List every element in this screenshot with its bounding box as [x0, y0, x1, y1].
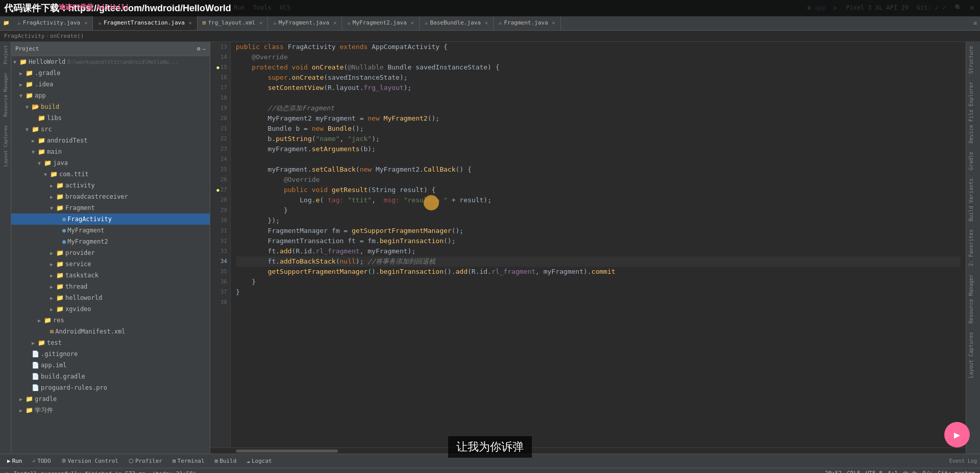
tree-item-proguard[interactable]: 📄 proguard-rules.pro: [11, 382, 210, 393]
status-position: 4:1: [888, 470, 898, 473]
tab-basebundle[interactable]: ☕ BaseBundle.java ✕: [420, 15, 494, 31]
tree-close-icon[interactable]: —: [202, 45, 206, 52]
tab-close-fragactivity[interactable]: ✕: [84, 20, 87, 26]
file-icon-gitignore: 📄: [32, 350, 39, 358]
folder-icon-gradle: 📁: [26, 69, 33, 77]
vert-panel-gradle[interactable]: Gradle: [966, 148, 980, 174]
tree-item-gradle-dir[interactable]: 📁 gradle: [11, 393, 210, 405]
tab-close-mf[interactable]: ✕: [333, 20, 336, 26]
tree-item-broadcastreceiver[interactable]: 📁 broadcastreceiver: [11, 191, 210, 202]
status-encoding[interactable]: UTF-8: [866, 470, 883, 473]
code-scroll-area[interactable]: 13 14 ●15 16 17 18 19 20 21 22 23 24 25 …: [210, 42, 966, 447]
tree-item-main[interactable]: 📁 main: [11, 146, 210, 157]
panel-project[interactable]: Project: [2, 42, 9, 67]
event-log-btn[interactable]: Event Log: [949, 458, 977, 464]
btn-todo[interactable]: ✓ TODO: [29, 457, 55, 465]
git-status[interactable]: Git: ✓ ✓: [914, 3, 949, 12]
vert-panel-device-file[interactable]: Device File Explorer: [966, 78, 980, 147]
tree-item-myfragment2[interactable]: ● MyFragment2: [11, 236, 210, 247]
horizontal-scrollbar[interactable]: [210, 447, 966, 454]
tree-item-service[interactable]: 📁 service: [11, 258, 210, 270]
tree-item-appiml[interactable]: 📄 app.iml: [11, 360, 210, 371]
vert-panel-resource[interactable]: Resource Manager: [966, 270, 980, 327]
btn-build[interactable]: ⊞ Build: [211, 457, 241, 465]
tree-item-thread[interactable]: 📁 thread: [11, 281, 210, 292]
btn-terminal[interactable]: ⊞ Terminal: [168, 457, 209, 465]
tree-item-helloworld2[interactable]: 📁 helloworld: [11, 292, 210, 303]
menu-navigate[interactable]: Navigate: [72, 3, 108, 12]
menu-file[interactable]: File: [3, 3, 24, 12]
tree-label-test: test: [47, 339, 62, 346]
folder-icon-xuexijian: 📁: [26, 407, 33, 414]
tree-item-app[interactable]: 📁 app: [11, 90, 210, 101]
tree-item-xgvideo[interactable]: 📁 xgvideo: [11, 303, 210, 315]
tree-item-gitignore[interactable]: 📄 .gitignore: [11, 348, 210, 360]
tree-item-buildgradle[interactable]: 📄 build.gradle: [11, 371, 210, 382]
btn-run[interactable]: ▶ Run: [3, 457, 27, 465]
menu-run[interactable]: Run: [231, 3, 248, 12]
tree-item-java[interactable]: 📁 java: [11, 157, 210, 169]
tree-settings-icon[interactable]: ⚙: [197, 45, 201, 52]
run-button[interactable]: ▶: [831, 3, 841, 12]
tree-item-idea[interactable]: 📁 .idea: [11, 79, 210, 90]
project-selector[interactable]: ● app: [804, 3, 829, 12]
breadcrumb-oncreate[interactable]: onCreate(): [50, 33, 84, 39]
tab-close-fr[interactable]: ✕: [552, 20, 555, 26]
menu-code[interactable]: Code: [110, 3, 131, 12]
tab-close-bb[interactable]: ✕: [485, 20, 488, 26]
vert-panel-structure[interactable]: Structure: [966, 42, 980, 78]
scrollbar-thumb[interactable]: [236, 450, 338, 453]
panel-resource[interactable]: Resource Manager: [2, 69, 9, 120]
tree-item-androidmanifest[interactable]: ⊞ AndroidManifest.xml: [11, 326, 210, 337]
vert-panel-layout[interactable]: Layout Captures: [966, 328, 980, 382]
tab-close-mf2[interactable]: ✕: [411, 20, 414, 26]
tab-fragactivity[interactable]: ☕ FragActivity.java ✕: [12, 15, 93, 31]
tree-item-xuexijian[interactable]: 📁 学习件: [11, 405, 210, 416]
tree-item-myfragment[interactable]: ● MyFragment: [11, 225, 210, 236]
tree-item-gradle[interactable]: 📁 .gradle: [11, 67, 210, 79]
breadcrumb-bar: FragActivity › onCreate(): [0, 31, 980, 42]
menu-view[interactable]: View: [49, 3, 70, 12]
tree-item-build[interactable]: 📂 build: [11, 101, 210, 112]
search-btn[interactable]: 🔍: [951, 3, 965, 12]
breadcrumb-fragactivity[interactable]: FragActivity: [4, 33, 44, 39]
menu-analyze[interactable]: Analyze: [132, 3, 164, 12]
vert-panel-favorites[interactable]: 2: Favorites: [966, 225, 980, 270]
menu-build[interactable]: Build: [204, 3, 229, 12]
tab-myfragment[interactable]: ☕ MyFragment.java ✕: [268, 15, 342, 31]
menu-refactor[interactable]: Refactor: [166, 3, 202, 12]
tab-fragmenttransaction[interactable]: ☕ FragmentTransaction.java ✕: [93, 15, 198, 31]
btn-profiler[interactable]: ⬡ Profiler: [125, 457, 166, 465]
settings-btn[interactable]: ⚙: [967, 3, 977, 12]
arrow-service: [50, 262, 56, 267]
panel-layout[interactable]: Layout Captures: [2, 122, 9, 170]
tree-item-test[interactable]: 📁 test: [11, 337, 210, 348]
code-content[interactable]: public class FragActivity extends AppCom…: [231, 42, 966, 447]
tree-item-res[interactable]: 📁 res: [11, 315, 210, 326]
tab-myfragment2[interactable]: ☕ MyFragment2.java ✕: [342, 15, 420, 31]
btn-vcs[interactable]: ⑨ Version Control: [57, 457, 122, 465]
tree-item-src[interactable]: 📁 src: [11, 124, 210, 135]
tree-item-fragactivity[interactable]: ● FragActivity: [11, 214, 210, 225]
tree-item-libs[interactable]: 📁 libs: [11, 112, 210, 124]
tab-fragment[interactable]: ☕ Fragment.java ✕: [494, 15, 561, 31]
tree-item-fragment-folder[interactable]: 📁 Fragment: [11, 202, 210, 214]
vert-panel-build-variants[interactable]: Build Variants: [966, 174, 980, 225]
btn-logcat[interactable]: ☁ Logcat: [242, 457, 276, 465]
tab-frglayout[interactable]: ⊞ frg_layout.xml ✕: [198, 15, 268, 31]
tree-item-activity[interactable]: 📁 activity: [11, 180, 210, 191]
tree-item-taskstack[interactable]: 📁 taskstack: [11, 270, 210, 281]
tree-item-comttit[interactable]: 📁 com.ttit: [11, 169, 210, 180]
menu-tools[interactable]: Tools: [250, 3, 275, 12]
tree-item-helloworld[interactable]: 📁 HelloWorld D:\workspace\ttit\android\H…: [11, 56, 210, 67]
device-selector[interactable]: Pixel 3 XL API 29: [843, 3, 912, 12]
play-button[interactable]: ▶: [944, 422, 970, 447]
tab-overflow[interactable]: ≡: [970, 19, 980, 27]
status-crlf[interactable]: CRLF: [847, 470, 861, 473]
tab-close-xml[interactable]: ✕: [259, 20, 262, 26]
menu-edit[interactable]: Edit: [26, 3, 47, 12]
tree-item-androidtest[interactable]: 📁 androidTest: [11, 135, 210, 146]
menu-vcs[interactable]: VCS: [277, 3, 294, 12]
tab-close-ft[interactable]: ✕: [189, 20, 192, 26]
tree-item-provider[interactable]: 📁 provider: [11, 247, 210, 258]
